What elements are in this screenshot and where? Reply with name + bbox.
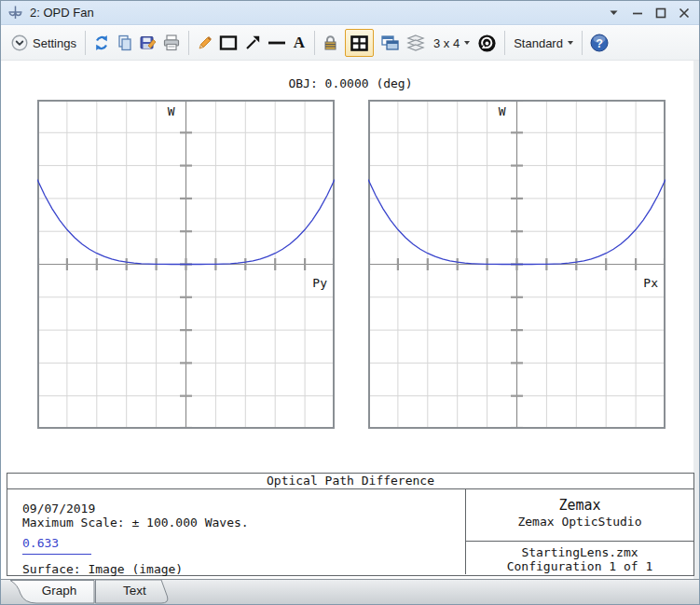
wavelength-legend-line xyxy=(22,554,91,555)
help-button[interactable]: ? xyxy=(587,29,611,57)
lock-icon xyxy=(323,34,338,51)
grid-size-dropdown[interactable]: 3 x 4 xyxy=(429,29,474,57)
svg-text:Py: Py xyxy=(312,276,327,290)
split-view-icon xyxy=(350,35,368,51)
toolbar: Settings xyxy=(1,26,699,61)
update-button[interactable] xyxy=(90,29,114,57)
app-icon xyxy=(7,5,23,21)
copy-icon xyxy=(117,34,133,51)
scale-text: Maximum Scale: ± 100.000 Waves. xyxy=(22,516,465,529)
maximize-button[interactable] xyxy=(649,1,672,24)
window-menu-button[interactable] xyxy=(602,1,625,24)
draw-text-button[interactable]: A xyxy=(289,29,309,57)
mode-label: Standard xyxy=(514,36,563,50)
svg-text:W: W xyxy=(168,104,175,118)
cascade-windows-button[interactable] xyxy=(377,29,403,57)
draw-rectangle-button[interactable] xyxy=(216,29,240,57)
tab-graph[interactable]: Graph xyxy=(8,580,95,604)
svg-text:?: ? xyxy=(596,37,603,50)
info-left-cell: 09/07/2019 Maximum Scale: ± 100.000 Wave… xyxy=(7,489,465,574)
product-name: Zemax OpticStudio xyxy=(466,514,693,529)
split-view-button[interactable] xyxy=(345,29,374,57)
copy-button[interactable] xyxy=(114,29,137,57)
cascade-windows-icon xyxy=(380,34,399,51)
separator xyxy=(504,31,505,55)
auto-apply-icon xyxy=(477,34,497,53)
caret-down-icon xyxy=(568,41,573,45)
info-box: Optical Path Difference 09/07/2019 Maxim… xyxy=(7,473,694,576)
wavelength-legend: 0.633 xyxy=(22,537,465,555)
surface-text: Surface: Image (image) xyxy=(22,562,465,576)
date-text: 09/07/2019 xyxy=(22,502,465,516)
file-name: StartingLens.zmx xyxy=(466,545,693,559)
file-cell: StartingLens.zmx Configuration 1 of 1 xyxy=(466,542,693,574)
print-button[interactable] xyxy=(160,29,184,57)
company-cell: Zemax Zemax OpticStudio xyxy=(466,489,693,542)
layers-icon xyxy=(406,34,425,51)
settings-label: Settings xyxy=(33,36,76,50)
draw-line-button[interactable] xyxy=(265,29,289,57)
layers-button[interactable] xyxy=(403,29,429,57)
svg-text:Px: Px xyxy=(643,276,658,290)
opd-fan-window: 2: OPD Fan Settings xyxy=(0,0,700,605)
window-title: 2: OPD Fan xyxy=(30,6,94,20)
graph-client-area: OBJ: 0.0000 (deg) WPy WPx Optical Path D… xyxy=(2,61,699,580)
separator xyxy=(314,31,315,55)
info-right-cell: Zemax Zemax OpticStudio StartingLens.zmx… xyxy=(465,489,693,574)
tab-bar: Graph Text xyxy=(1,579,699,604)
configuration-name: Configuration 1 of 1 xyxy=(466,559,693,573)
print-icon xyxy=(163,34,180,51)
line-icon xyxy=(268,34,286,51)
refresh-icon xyxy=(93,34,110,51)
save-icon xyxy=(140,34,157,51)
wavelength-value: 0.633 xyxy=(22,537,465,550)
separator xyxy=(188,31,189,55)
rectangle-icon xyxy=(219,34,238,51)
draw-pencil-button[interactable] xyxy=(194,29,216,57)
save-button[interactable] xyxy=(137,29,160,57)
settings-chevron-icon xyxy=(11,34,28,51)
svg-text:W: W xyxy=(499,104,506,118)
arrow-icon xyxy=(244,34,261,51)
caret-down-icon xyxy=(464,41,470,45)
close-button[interactable] xyxy=(672,1,695,24)
tab-text[interactable]: Text xyxy=(95,580,174,604)
text-icon: A xyxy=(294,34,305,52)
info-title: Optical Path Difference xyxy=(7,474,693,489)
title-bar: 2: OPD Fan xyxy=(1,1,699,25)
auto-apply-button[interactable] xyxy=(474,29,500,57)
opd-plot-px[interactable]: WPx xyxy=(368,100,666,429)
settings-button[interactable]: Settings xyxy=(7,29,80,57)
lock-button[interactable] xyxy=(320,29,342,57)
separator xyxy=(85,31,86,55)
draw-arrow-button[interactable] xyxy=(240,29,265,57)
minimize-button[interactable] xyxy=(625,1,649,24)
grid-size-label: 3 x 4 xyxy=(433,36,460,50)
company-name: Zemax xyxy=(466,497,693,514)
opd-plot-py[interactable]: WPy xyxy=(37,100,335,429)
pencil-icon xyxy=(197,34,213,51)
caption-buttons xyxy=(602,1,695,24)
separator xyxy=(582,31,583,55)
mode-dropdown[interactable]: Standard xyxy=(510,29,577,57)
field-header: OBJ: 0.0000 (deg) xyxy=(2,76,699,90)
help-icon: ? xyxy=(590,34,609,52)
